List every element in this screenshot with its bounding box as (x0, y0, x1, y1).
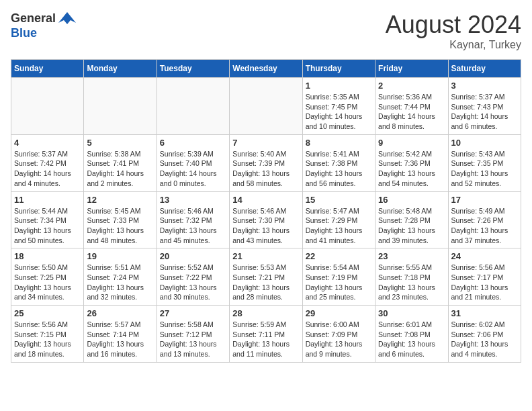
calendar-cell: 12Sunrise: 5:45 AM Sunset: 7:33 PM Dayli… (84, 191, 157, 248)
day-number: 1 (306, 81, 372, 91)
day-number: 18 (14, 251, 81, 261)
day-number: 31 (451, 308, 518, 318)
calendar-week-row: 25Sunrise: 5:56 AM Sunset: 7:15 PM Dayli… (11, 306, 521, 363)
calendar-cell: 10Sunrise: 5:43 AM Sunset: 7:35 PM Dayli… (448, 134, 521, 191)
day-info: Sunrise: 5:37 AM Sunset: 7:43 PM Dayligh… (451, 92, 518, 132)
calendar-cell: 1Sunrise: 5:35 AM Sunset: 7:45 PM Daylig… (302, 78, 375, 135)
day-info: Sunrise: 5:46 AM Sunset: 7:32 PM Dayligh… (160, 206, 226, 246)
calendar-cell: 24Sunrise: 5:56 AM Sunset: 7:17 PM Dayli… (448, 248, 521, 306)
calendar-cell: 5Sunrise: 5:38 AM Sunset: 7:41 PM Daylig… (84, 134, 157, 191)
weekday-header: Monday (84, 60, 157, 78)
calendar-cell: 11Sunrise: 5:44 AM Sunset: 7:34 PM Dayli… (11, 191, 84, 248)
day-number: 27 (160, 308, 226, 318)
calendar-week-row: 18Sunrise: 5:50 AM Sunset: 7:25 PM Dayli… (11, 248, 521, 306)
logo: General Blue (11, 11, 77, 40)
weekday-header: Saturday (448, 60, 521, 78)
day-number: 29 (306, 308, 372, 318)
calendar-week-row: 11Sunrise: 5:44 AM Sunset: 7:34 PM Dayli… (11, 191, 521, 248)
calendar-cell: 29Sunrise: 6:00 AM Sunset: 7:09 PM Dayli… (302, 306, 375, 363)
day-info: Sunrise: 5:54 AM Sunset: 7:19 PM Dayligh… (306, 263, 372, 302)
calendar-cell (157, 78, 229, 135)
calendar-cell (11, 78, 84, 135)
day-info: Sunrise: 5:38 AM Sunset: 7:41 PM Dayligh… (87, 149, 153, 189)
day-info: Sunrise: 5:49 AM Sunset: 7:26 PM Dayligh… (451, 206, 518, 246)
day-number: 7 (232, 138, 299, 148)
day-number: 6 (160, 138, 226, 148)
day-number: 10 (451, 138, 518, 148)
day-info: Sunrise: 5:59 AM Sunset: 7:11 PM Dayligh… (232, 320, 299, 359)
weekday-header: Wednesday (230, 60, 302, 78)
day-number: 24 (451, 251, 518, 261)
day-number: 30 (378, 308, 445, 318)
calendar-cell: 21Sunrise: 5:53 AM Sunset: 7:21 PM Dayli… (230, 248, 302, 306)
day-number: 13 (160, 195, 226, 205)
calendar-cell: 8Sunrise: 5:41 AM Sunset: 7:38 PM Daylig… (302, 134, 375, 191)
day-info: Sunrise: 5:35 AM Sunset: 7:45 PM Dayligh… (306, 92, 372, 132)
calendar-cell: 4Sunrise: 5:37 AM Sunset: 7:42 PM Daylig… (11, 134, 84, 191)
day-info: Sunrise: 5:58 AM Sunset: 7:12 PM Dayligh… (160, 320, 226, 359)
calendar-cell: 17Sunrise: 5:49 AM Sunset: 7:26 PM Dayli… (448, 191, 521, 248)
day-info: Sunrise: 5:52 AM Sunset: 7:22 PM Dayligh… (160, 263, 226, 302)
day-number: 22 (306, 251, 372, 261)
calendar-week-row: 1Sunrise: 5:35 AM Sunset: 7:45 PM Daylig… (11, 78, 521, 135)
calendar-cell: 16Sunrise: 5:48 AM Sunset: 7:28 PM Dayli… (375, 191, 448, 248)
weekday-header: Thursday (302, 60, 375, 78)
day-number: 25 (14, 308, 81, 318)
day-info: Sunrise: 5:39 AM Sunset: 7:40 PM Dayligh… (160, 149, 226, 189)
day-number: 21 (232, 251, 299, 261)
day-info: Sunrise: 5:41 AM Sunset: 7:38 PM Dayligh… (306, 149, 372, 189)
calendar-cell: 28Sunrise: 5:59 AM Sunset: 7:11 PM Dayli… (230, 306, 302, 363)
weekday-header: Sunday (11, 60, 84, 78)
day-number: 20 (160, 251, 226, 261)
day-number: 19 (87, 251, 153, 261)
calendar-cell (84, 78, 157, 135)
calendar-cell: 22Sunrise: 5:54 AM Sunset: 7:19 PM Dayli… (302, 248, 375, 306)
calendar-cell: 19Sunrise: 5:51 AM Sunset: 7:24 PM Dayli… (84, 248, 157, 306)
svg-marker-0 (58, 12, 76, 24)
calendar-cell: 7Sunrise: 5:40 AM Sunset: 7:39 PM Daylig… (230, 134, 302, 191)
day-info: Sunrise: 5:44 AM Sunset: 7:34 PM Dayligh… (14, 206, 81, 246)
day-number: 28 (232, 308, 299, 318)
logo-blue: Blue (11, 27, 77, 40)
day-info: Sunrise: 5:50 AM Sunset: 7:25 PM Dayligh… (14, 263, 81, 302)
day-info: Sunrise: 5:51 AM Sunset: 7:24 PM Dayligh… (87, 263, 153, 302)
day-info: Sunrise: 5:47 AM Sunset: 7:29 PM Dayligh… (306, 206, 372, 246)
weekday-header-row: SundayMondayTuesdayWednesdayThursdayFrid… (11, 60, 521, 78)
day-number: 3 (451, 81, 518, 91)
calendar-cell: 13Sunrise: 5:46 AM Sunset: 7:32 PM Dayli… (157, 191, 229, 248)
day-number: 14 (232, 195, 299, 205)
calendar-cell: 27Sunrise: 5:58 AM Sunset: 7:12 PM Dayli… (157, 306, 229, 363)
day-info: Sunrise: 6:00 AM Sunset: 7:09 PM Dayligh… (306, 320, 372, 359)
day-info: Sunrise: 5:53 AM Sunset: 7:21 PM Dayligh… (232, 263, 299, 302)
calendar-week-row: 4Sunrise: 5:37 AM Sunset: 7:42 PM Daylig… (11, 134, 521, 191)
day-info: Sunrise: 5:37 AM Sunset: 7:42 PM Dayligh… (14, 149, 81, 189)
day-info: Sunrise: 5:40 AM Sunset: 7:39 PM Dayligh… (232, 149, 299, 189)
calendar-cell: 30Sunrise: 6:01 AM Sunset: 7:08 PM Dayli… (375, 306, 448, 363)
day-number: 4 (14, 138, 81, 148)
day-number: 12 (87, 195, 153, 205)
calendar-cell: 25Sunrise: 5:56 AM Sunset: 7:15 PM Dayli… (11, 306, 84, 363)
day-info: Sunrise: 5:43 AM Sunset: 7:35 PM Dayligh… (451, 149, 518, 189)
day-info: Sunrise: 5:45 AM Sunset: 7:33 PM Dayligh… (87, 206, 153, 246)
day-info: Sunrise: 5:56 AM Sunset: 7:17 PM Dayligh… (451, 263, 518, 302)
calendar-cell: 9Sunrise: 5:42 AM Sunset: 7:36 PM Daylig… (375, 134, 448, 191)
day-number: 16 (378, 195, 445, 205)
day-number: 15 (306, 195, 372, 205)
logo-bird-icon (57, 11, 77, 27)
title-block: August 2024 Kaynar, Turkey (386, 11, 521, 51)
day-number: 26 (87, 308, 153, 318)
page-header: General Blue August 2024 Kaynar, Turkey (11, 11, 521, 51)
calendar-cell: 23Sunrise: 5:55 AM Sunset: 7:18 PM Dayli… (375, 248, 448, 306)
day-number: 2 (378, 81, 445, 91)
calendar-cell: 15Sunrise: 5:47 AM Sunset: 7:29 PM Dayli… (302, 191, 375, 248)
weekday-header: Tuesday (157, 60, 229, 78)
day-number: 8 (306, 138, 372, 148)
weekday-header: Friday (375, 60, 448, 78)
day-number: 5 (87, 138, 153, 148)
day-info: Sunrise: 5:55 AM Sunset: 7:18 PM Dayligh… (378, 263, 445, 302)
calendar-cell: 2Sunrise: 5:36 AM Sunset: 7:44 PM Daylig… (375, 78, 448, 135)
calendar-cell: 6Sunrise: 5:39 AM Sunset: 7:40 PM Daylig… (157, 134, 229, 191)
calendar-cell: 20Sunrise: 5:52 AM Sunset: 7:22 PM Dayli… (157, 248, 229, 306)
month-title: August 2024 (386, 11, 521, 39)
day-info: Sunrise: 5:36 AM Sunset: 7:44 PM Dayligh… (378, 92, 445, 132)
